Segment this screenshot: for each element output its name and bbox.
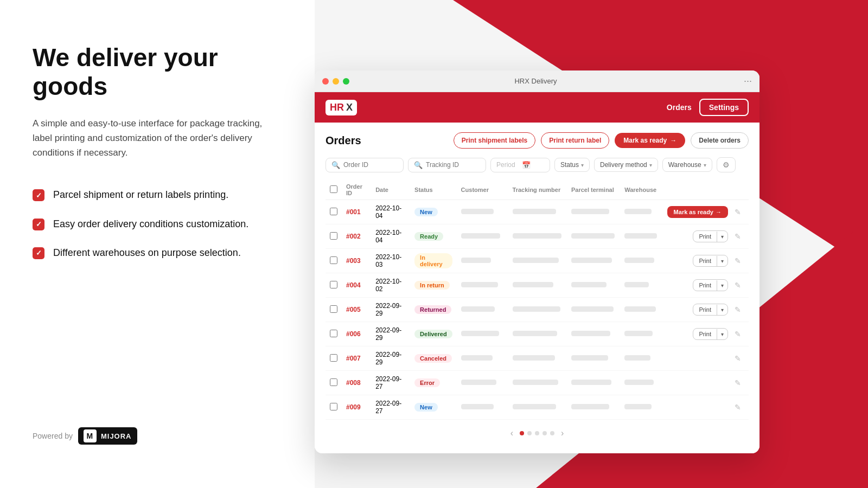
terminal-cell xyxy=(567,298,620,322)
status-cell: New xyxy=(410,200,457,224)
tracking-id-input[interactable] xyxy=(426,161,480,169)
edit-icon-button[interactable]: ✎ xyxy=(731,255,744,266)
order-id-search[interactable]: 🔍 xyxy=(326,158,404,172)
order-id-link[interactable]: #007 xyxy=(346,355,361,362)
customer-skeleton xyxy=(461,355,493,361)
row-checkbox[interactable] xyxy=(330,305,337,313)
search-icon: 🔍 xyxy=(331,161,340,169)
status-cell: New xyxy=(410,395,457,420)
print-button[interactable]: Print ▾ xyxy=(693,279,728,291)
minimize-window-button[interactable] xyxy=(333,78,339,85)
row-checkbox-cell xyxy=(326,346,342,371)
page-dot-5[interactable] xyxy=(550,431,554,435)
row-checkbox[interactable] xyxy=(330,354,337,362)
tracking-cell xyxy=(508,224,567,249)
edit-icon-button[interactable]: ✎ xyxy=(731,231,744,242)
order-id-input[interactable] xyxy=(343,161,398,169)
order-id-header: Order ID xyxy=(342,180,371,200)
delete-orders-button[interactable]: Delete orders xyxy=(691,132,749,149)
print-button[interactable]: Print ▾ xyxy=(693,328,728,340)
app-content: Orders Print shipment labels Print retur… xyxy=(315,123,760,453)
customer-skeleton xyxy=(461,209,494,214)
delivery-method-filter[interactable]: Delivery method ▾ xyxy=(594,158,658,172)
row-checkbox[interactable] xyxy=(330,208,337,215)
print-dropdown-icon[interactable]: ▾ xyxy=(717,280,727,291)
row-checkbox[interactable] xyxy=(330,281,337,288)
row-checkbox[interactable] xyxy=(330,330,337,337)
print-dropdown-icon[interactable]: ▾ xyxy=(717,329,727,339)
order-id-cell: #001 xyxy=(342,200,371,224)
next-page-button[interactable]: › xyxy=(558,427,567,439)
window-more-icon[interactable]: ··· xyxy=(744,75,752,87)
tracking-id-search[interactable]: 🔍 xyxy=(408,158,486,172)
tracking-cell xyxy=(508,298,567,322)
edit-icon-button[interactable]: ✎ xyxy=(731,304,744,315)
order-id-link[interactable]: #006 xyxy=(346,330,361,338)
warehouse-skeleton xyxy=(624,380,654,385)
mark-as-ready-row-button[interactable]: Mark as ready → xyxy=(667,206,728,218)
print-label: Print xyxy=(693,329,717,339)
page-dot-4[interactable] xyxy=(542,431,547,435)
table-body: #001 2022-10-04 New Mark as xyxy=(326,200,749,420)
warehouse-cell xyxy=(620,273,662,298)
mark-as-ready-label: Mark as ready xyxy=(623,137,667,144)
edit-icon-button[interactable]: ✎ xyxy=(731,329,744,339)
edit-icon-button[interactable]: ✎ xyxy=(731,280,744,291)
customer-skeleton xyxy=(461,331,499,336)
select-all-checkbox[interactable] xyxy=(330,185,337,193)
left-panel: We deliver your goods A simple and easy-… xyxy=(0,0,315,488)
page-dot-1[interactable] xyxy=(520,431,524,435)
customer-cell xyxy=(457,224,508,249)
order-id-link[interactable]: #004 xyxy=(346,281,361,289)
print-button[interactable]: Print ▾ xyxy=(693,304,728,316)
maximize-window-button[interactable] xyxy=(343,78,349,85)
warehouse-cell xyxy=(620,298,662,322)
print-shipment-labels-button[interactable]: Print shipment labels xyxy=(454,132,535,149)
row-checkbox[interactable] xyxy=(330,403,337,410)
print-dropdown-icon[interactable]: ▾ xyxy=(717,232,727,242)
order-id-link[interactable]: #003 xyxy=(346,257,361,265)
status-badge: In delivery xyxy=(414,253,452,268)
nav-settings-button[interactable]: Settings xyxy=(699,99,749,116)
actions-cell: Print ▾ ✎ xyxy=(663,249,749,273)
warehouse-cell xyxy=(620,371,662,395)
print-dropdown-icon[interactable]: ▾ xyxy=(717,305,727,315)
warehouse-skeleton xyxy=(624,404,652,409)
prev-page-button[interactable]: ‹ xyxy=(507,427,516,439)
row-checkbox[interactable] xyxy=(330,256,337,264)
print-dropdown-icon[interactable]: ▾ xyxy=(717,256,727,266)
order-id-link[interactable]: #008 xyxy=(346,379,361,387)
row-checkbox-cell xyxy=(326,298,342,322)
order-id-link[interactable]: #009 xyxy=(346,403,361,411)
tracking-cell xyxy=(508,200,567,224)
edit-icon-button[interactable]: ✎ xyxy=(731,377,744,388)
edit-icon-button[interactable]: ✎ xyxy=(731,353,744,364)
warehouse-filter[interactable]: Warehouse ▾ xyxy=(662,158,712,172)
row-actions: Mark as ready → ✎ xyxy=(667,206,744,218)
status-filter[interactable]: Status ▾ xyxy=(554,158,590,172)
close-window-button[interactable] xyxy=(322,78,329,85)
table-row: #003 2022-10-03 In delivery xyxy=(326,249,749,273)
row-checkbox[interactable] xyxy=(330,232,337,240)
row-checkbox[interactable] xyxy=(330,378,337,386)
page-dot-3[interactable] xyxy=(535,431,539,435)
mark-as-ready-header-button[interactable]: Mark as ready → xyxy=(615,133,685,148)
table-row: #004 2022-10-02 In return P xyxy=(326,273,749,298)
logo-hr: HR xyxy=(330,102,344,113)
table-row: #008 2022-09-27 Error ✎ xyxy=(326,371,749,395)
table-settings-icon[interactable]: ⚙ xyxy=(717,157,736,172)
edit-icon-button[interactable]: ✎ xyxy=(731,402,744,413)
order-id-link[interactable]: #005 xyxy=(346,306,361,313)
date-header: Date xyxy=(371,180,410,200)
print-button[interactable]: Print ▾ xyxy=(693,255,728,267)
warehouse-skeleton xyxy=(624,209,652,214)
period-filter[interactable]: Period 📅 xyxy=(490,158,550,172)
order-id-link[interactable]: #001 xyxy=(346,208,361,216)
edit-icon-button[interactable]: ✎ xyxy=(731,207,744,217)
nav-orders-button[interactable]: Orders xyxy=(667,103,692,112)
order-id-link[interactable]: #002 xyxy=(346,233,361,240)
tracking-cell xyxy=(508,273,567,298)
print-button[interactable]: Print ▾ xyxy=(693,230,728,242)
page-dot-2[interactable] xyxy=(527,431,532,435)
print-return-label-button[interactable]: Print return label xyxy=(541,132,609,149)
